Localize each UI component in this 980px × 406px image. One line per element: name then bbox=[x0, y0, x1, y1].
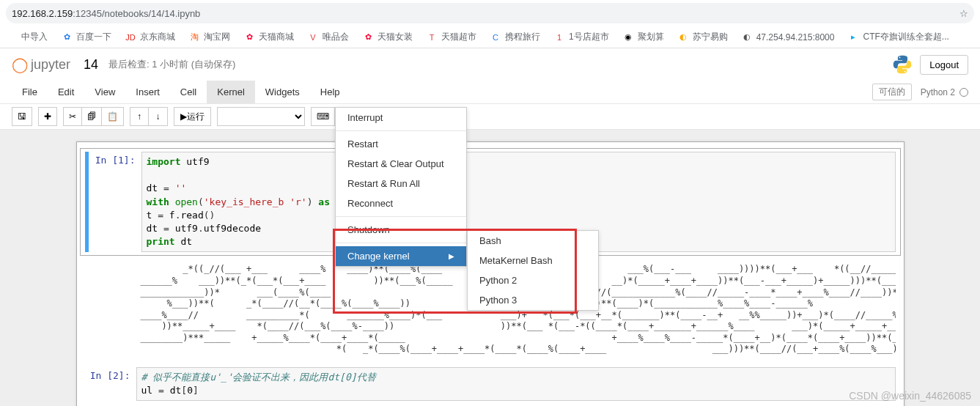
bookmark-item[interactable]: 11号店超市 bbox=[553, 31, 609, 43]
bookmark-favicon: ✿ bbox=[243, 32, 255, 43]
menu-cell[interactable]: Cell bbox=[170, 81, 207, 103]
bookmark-item[interactable]: C携程旅行 bbox=[490, 31, 540, 43]
bookmark-favicon: C bbox=[490, 32, 501, 43]
kernel-indicator: Python 2 bbox=[921, 87, 968, 97]
jupyter-logo[interactable]: ◯ jupyter bbox=[12, 56, 70, 73]
kernel-menu-restart-run-all[interactable]: Restart & Run All bbox=[336, 174, 466, 193]
kernel-dropdown-menu: InterruptRestartRestart & Clear OutputRe… bbox=[335, 107, 467, 267]
bookmark-label: 携程旅行 bbox=[505, 31, 540, 43]
cut-button[interactable]: ✂ bbox=[63, 107, 82, 126]
bookmark-label: CTF夺旗训练全套超... bbox=[863, 31, 948, 43]
bookmark-label: 1号店超市 bbox=[569, 31, 609, 43]
kernel-menu-interrupt[interactable]: Interrupt bbox=[336, 108, 466, 128]
code-cell[interactable]: In [2]:# 似乎不能直接u'_'会验证不出来，因此用dt[0]代替ul =… bbox=[80, 363, 901, 405]
output-prompt bbox=[85, 261, 136, 358]
kernel-status-icon bbox=[959, 88, 968, 97]
bookmark-favicon: V bbox=[307, 32, 319, 43]
bookmark-label: 苏宁易购 bbox=[693, 31, 728, 43]
kernel-menu-restart-clear-output[interactable]: Restart & Clear Output bbox=[336, 154, 466, 174]
insert-cell-button[interactable]: ✚ bbox=[38, 107, 57, 126]
bookmark-label: 47.254.94.215:8000 bbox=[756, 32, 835, 43]
submenu-bash[interactable]: Bash bbox=[468, 231, 598, 251]
bookmark-item[interactable]: T天猫超市 bbox=[426, 31, 476, 43]
bookmark-label: 淘宝网 bbox=[204, 31, 230, 43]
bookmark-label: 聚划算 bbox=[638, 31, 664, 43]
input-prompt: In [2]: bbox=[85, 367, 136, 401]
bookmark-item[interactable]: JD京东商城 bbox=[125, 31, 175, 43]
menubar: FileEditViewInsertCellKernelWidgetsHelp … bbox=[0, 81, 980, 104]
menu-view[interactable]: View bbox=[84, 81, 125, 103]
submenu-python-3[interactable]: Python 3 bbox=[468, 290, 598, 310]
bookmark-label: 京东商城 bbox=[140, 31, 175, 43]
trusted-indicator[interactable]: 可信的 bbox=[872, 84, 912, 100]
copy-button[interactable]: 🗐 bbox=[82, 107, 102, 126]
bookmarks-bar: 中导入✿百度一下JD京东商城淘淘宝网✿天猫商城V唯品会✿天猫女装T天猫超市C携程… bbox=[0, 26, 980, 48]
bookmark-item[interactable]: 淘淘宝网 bbox=[188, 31, 230, 43]
url-text: 192.168.2.159:12345/notebooks/14/14.ipyn… bbox=[12, 8, 959, 19]
bookmark-favicon: 淘 bbox=[188, 32, 200, 43]
bookmark-item[interactable]: ◐苏宁易购 bbox=[677, 31, 728, 43]
logout-button[interactable]: Logout bbox=[920, 55, 968, 75]
bookmark-favicon: T bbox=[426, 32, 438, 43]
menu-edit[interactable]: Edit bbox=[48, 81, 84, 103]
submenu-python-2[interactable]: Python 2 bbox=[468, 270, 598, 290]
notebook-header: ◯ jupyter 14 最后检查: 1 小时前 (自动保存) Logout bbox=[0, 48, 980, 81]
toolbar: 🖫 ✚ ✂ 🗐 📋 ↑ ↓ ▶ 运行 ⌨ bbox=[0, 104, 980, 130]
bookmark-favicon: ◐ bbox=[741, 32, 753, 43]
change-kernel-submenu: BashMetaKernel BashPython 2Python 3 bbox=[467, 230, 599, 311]
jupyter-logo-text: jupyter bbox=[31, 57, 70, 73]
kernel-menu-restart[interactable]: Restart bbox=[336, 134, 466, 154]
bookmark-item[interactable]: ◉聚划算 bbox=[622, 31, 664, 43]
kernel-menu-shutdown[interactable]: Shutdown bbox=[336, 220, 466, 240]
bookmark-favicon: ✿ bbox=[61, 32, 73, 43]
bookmark-favicon: ◐ bbox=[677, 32, 689, 43]
menu-divider bbox=[336, 130, 466, 131]
bookmark-item[interactable]: 中导入 bbox=[6, 31, 48, 43]
run-button[interactable]: ▶ 运行 bbox=[174, 107, 211, 126]
menu-divider bbox=[336, 243, 466, 243]
submenu-arrow-icon: ▶ bbox=[449, 252, 454, 260]
submenu-metakernel-bash[interactable]: MetaKernel Bash bbox=[468, 251, 598, 270]
bookmark-item[interactable]: ✿天猫女装 bbox=[362, 31, 413, 43]
bookmark-label: 中导入 bbox=[21, 31, 48, 43]
bookmark-label: 唯品会 bbox=[323, 31, 349, 43]
menu-file[interactable]: File bbox=[12, 81, 48, 103]
bookmark-favicon: ▸ bbox=[847, 32, 859, 43]
cell-type-select[interactable] bbox=[217, 107, 305, 126]
move-down-button[interactable]: ↓ bbox=[149, 107, 168, 126]
bookmark-favicon: ◉ bbox=[622, 32, 634, 43]
checkpoint-text: 最后检查: 1 小时前 (自动保存) bbox=[108, 58, 235, 71]
code-input[interactable]: # 似乎不能直接u'_'会验证不出来，因此用dt[0]代替ul = dt[0] bbox=[136, 367, 896, 401]
kernel-menu-reconnect[interactable]: Reconnect bbox=[336, 193, 466, 213]
bookmark-star-icon[interactable]: ☆ bbox=[959, 8, 968, 19]
menu-help[interactable]: Help bbox=[310, 81, 350, 103]
jupyter-logo-icon: ◯ bbox=[12, 56, 28, 73]
bookmark-item[interactable]: ▸CTF夺旗训练全套超... bbox=[847, 31, 948, 43]
menu-widgets[interactable]: Widgets bbox=[255, 81, 310, 103]
bookmark-label: 百度一下 bbox=[76, 31, 111, 43]
bookmark-item[interactable]: ✿天猫商城 bbox=[243, 31, 294, 43]
move-up-button[interactable]: ↑ bbox=[130, 107, 149, 126]
menu-insert[interactable]: Insert bbox=[125, 81, 170, 103]
bookmark-item[interactable]: ✿百度一下 bbox=[61, 31, 111, 43]
kernel-name-text: Python 2 bbox=[921, 87, 955, 97]
bookmark-favicon: ✿ bbox=[362, 32, 374, 43]
bookmark-label: 天猫女装 bbox=[377, 31, 413, 43]
menu-kernel[interactable]: Kernel bbox=[207, 81, 255, 103]
python-icon bbox=[892, 54, 913, 75]
bookmark-label: 天猫超市 bbox=[441, 31, 476, 43]
bookmark-item[interactable]: V唯品会 bbox=[307, 31, 349, 43]
bookmark-label: 天猫商城 bbox=[259, 31, 294, 43]
bookmark-item[interactable]: ◐47.254.94.215:8000 bbox=[741, 32, 835, 43]
bookmark-favicon: 1 bbox=[553, 32, 565, 43]
menu-divider bbox=[336, 216, 466, 217]
bookmark-favicon: JD bbox=[125, 32, 136, 43]
input-prompt: In [1]: bbox=[90, 152, 141, 252]
bookmark-favicon bbox=[6, 32, 18, 43]
paste-button[interactable]: 📋 bbox=[102, 107, 124, 126]
save-button[interactable]: 🖫 bbox=[12, 107, 32, 126]
address-bar[interactable]: 192.168.2.159:12345/notebooks/14/14.ipyn… bbox=[6, 3, 974, 23]
kernel-menu-change-kernel[interactable]: Change kernel▶ bbox=[336, 246, 466, 266]
command-palette-button[interactable]: ⌨ bbox=[311, 107, 335, 126]
notebook-name[interactable]: 14 bbox=[84, 57, 98, 73]
